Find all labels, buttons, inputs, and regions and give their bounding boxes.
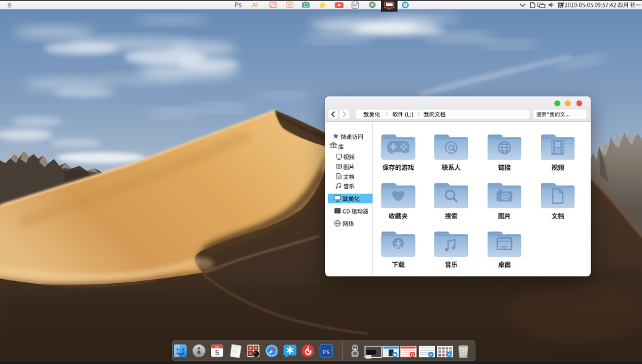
svg-text:Ps: Ps [322,348,330,355]
svg-text:5: 5 [215,348,219,357]
